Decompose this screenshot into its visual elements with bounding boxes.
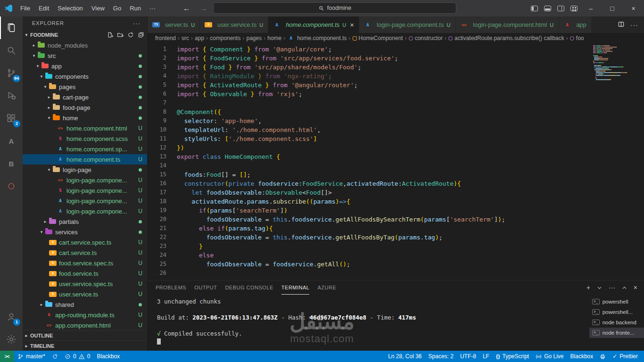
tree-folder-src[interactable]: ▾src [23,50,147,61]
close-button[interactable]: × [623,0,644,16]
forward-button[interactable]: → [200,4,207,13]
sidebar-more-actions-icon[interactable]: ··· [133,20,140,27]
tree-file-login-page.compone...[interactable]: Alogin-page.compone...U [23,196,147,206]
tree-file-food.service.spec.ts[interactable]: Sfood.service.spec.tsU [23,258,147,268]
project-section-header[interactable]: ▾ FOODMINE [23,30,147,40]
code-line-10[interactable]: 10 templateUrl: './home.component.html', [148,125,587,134]
tree-file-login-page.compone...[interactable]: Slogin-page.compone...U [23,185,147,196]
tree-file-user.service.ts[interactable]: Suser.service.tsU [23,289,147,299]
code-line-25[interactable]: 25 foodsObservable = foodservice.getAll(… [148,260,587,269]
code-line-24[interactable]: 24 else [148,251,587,260]
tree-file-home.component.sp...[interactable]: Ahome.component.sp...U [23,144,147,154]
tab-app[interactable]: Aapp [559,16,592,33]
code-line-17[interactable]: 17 let foodsObservable:Observable<Food[]… [148,188,587,197]
tree-file-login-page.compone...[interactable]: <>login-page.compone...U [23,175,147,185]
panel-more-icon[interactable]: ··· [609,284,615,291]
code-line-16[interactable]: 16 constructor(private foodservice:FoodS… [148,179,587,188]
status-language[interactable]: {}TypeScript [493,351,532,362]
code-line-13[interactable]: 13export class HomeComponent { [148,152,587,161]
account-icon[interactable]: 1 [0,305,23,328]
run-debug-icon[interactable] [0,84,23,107]
source-control-icon[interactable]: 94 [0,62,23,84]
new-folder-icon[interactable] [117,32,124,38]
tree-folder-home[interactable]: ▾home [23,113,147,123]
layout-sidebar-left-icon[interactable] [528,0,541,16]
terminal-instance-2[interactable]: >_powershell... [589,307,644,317]
code-line-26[interactable]: 26 [148,269,587,278]
breadcrumb-item[interactable]: HomeComponent [353,35,403,41]
layout-sidebar-right-icon[interactable] [554,0,567,16]
layout-panel-icon[interactable] [541,0,554,16]
tab-server.ts[interactable]: TSserver.tsU [148,16,200,33]
breadcrumb-item[interactable]: app [195,35,204,41]
breadcrumb-item[interactable]: pages [246,35,262,41]
tree-folder-pages[interactable]: ▾pages [23,82,147,92]
code-line-5[interactable]: 5import { ActivatedRoute } from '@angula… [148,81,587,90]
tree-folder-cart-page[interactable]: ▸cart-page [23,92,147,102]
code-line-20[interactable]: 20 foodsObservable = this.foodservice.ge… [148,215,587,224]
code-line-4[interactable]: 4import { RatingModule } from 'ngx-ratin… [148,72,587,81]
tree-file-home.component.scss[interactable]: Shome.component.scssU [23,133,147,144]
menu-selection[interactable]: Selection [53,0,87,16]
maximize-panel-icon[interactable] [621,285,627,291]
status-go-live[interactable]: Go Live [532,351,567,362]
code-editor[interactable]: 1import { Component } from '@angular/cor… [148,43,644,280]
code-line-9[interactable]: 9 selector: 'app-home', [148,116,587,125]
code-line-8[interactable]: 8@Component({ [148,107,587,116]
tree-folder-services[interactable]: ▾services [23,227,147,237]
split-editor-icon[interactable] [618,21,625,29]
breadcrumb-item[interactable]: home [267,35,281,41]
settings-icon[interactable] [0,328,23,351]
terminal-instance-3[interactable]: >_node backend [589,317,644,328]
tree-folder-food-page[interactable]: ▸food-page [23,102,147,113]
menu-view[interactable]: View [87,0,109,16]
breadcrumb-item[interactable]: src [182,35,189,41]
minimize-button[interactable]: – [580,0,602,16]
tree-folder-node_modules[interactable]: ▸node_modules [23,40,147,50]
terminal-instance-4[interactable]: >_node fronte... [589,328,644,338]
tree-file-cart.service.ts[interactable]: Scart.service.tsU [23,247,147,258]
terminal-instance-1[interactable]: >_powershell [589,296,644,307]
breadcrumb-item[interactable]: foo [570,35,584,41]
panel-tab-output[interactable]: OUTPUT [194,280,217,295]
menu-edit[interactable]: Edit [34,0,53,16]
search-icon[interactable] [0,39,23,62]
code-line-12[interactable]: 12}) [148,143,587,152]
status-remote[interactable]: >< [0,351,14,362]
panel-tab-terminal[interactable]: TERMINAL [281,280,310,295]
tab-close-icon[interactable]: × [350,21,354,29]
breadcrumb-item[interactable]: frontend [155,35,176,41]
tab-home.component.ts[interactable]: Ahome.component.tsU× [268,16,359,33]
tree-folder-partials[interactable]: ▸partials [23,216,147,227]
editor-more-actions-icon[interactable]: ··· [630,21,638,29]
tree-file-cart.service.spec.ts[interactable]: Scart.service.spec.tsU [23,237,147,247]
close-panel-icon[interactable]: × [634,284,637,291]
panel-tab-problems[interactable]: PROBLEMS [156,280,186,295]
breadcrumb-item[interactable]: Ahome.component.ts [287,35,347,41]
tree-file-home.component.ts[interactable]: Ahome.component.tsU [23,154,147,165]
new-file-icon[interactable] [107,32,113,38]
tree-file-food.service.ts[interactable]: Sfood.service.tsU [23,268,147,279]
menu-more[interactable]: ··· [145,0,160,16]
code-line-3[interactable]: 3import { Food } from 'src/app/shared/mo… [148,63,587,72]
angular-icon[interactable]: A [0,130,23,152]
status-eol[interactable]: LF [479,351,493,362]
tree-file-app.component.html[interactable]: <>app.component.htmlU [23,320,147,330]
menu-file[interactable]: File [16,0,34,16]
refresh-icon[interactable] [127,32,134,38]
code-line-11[interactable]: 11 styleUrls: ['./home.component.scss'] [148,134,587,143]
back-button[interactable]: ← [183,4,190,13]
status-blackbox[interactable]: Blackbox [93,351,123,362]
status-problems[interactable]: 00 [61,351,93,362]
status-sync[interactable] [49,351,61,362]
tree-file-login-page.compone...[interactable]: Alogin-page.compone...U [23,206,147,216]
tree-folder-components[interactable]: ▾components [23,71,147,82]
blackbox-icon[interactable]: B [0,152,23,175]
tree-folder-app[interactable]: ▾app [23,61,147,71]
status-encoding[interactable]: UTF-8 [457,351,479,362]
code-line-7[interactable]: 7 [148,99,587,107]
tree-file-home.component.html[interactable]: <>home.component.htmlU [23,123,147,133]
tree-file-user.service.spec.ts[interactable]: Suser.service.spec.tsU [23,279,147,289]
tab-user.service.ts[interactable]: Suser.service.tsU [200,16,268,33]
code-line-21[interactable]: 21 else if(params.tag){ [148,224,587,233]
